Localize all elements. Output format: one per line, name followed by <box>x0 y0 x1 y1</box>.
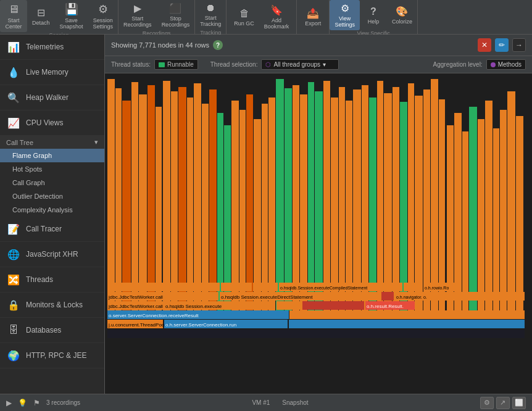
monitors-locks-label: Monitors & Locks <box>26 301 83 309</box>
svg-rect-3 <box>122 101 131 310</box>
thread-status-group: Thread status: Runnable <box>111 59 198 70</box>
session-settings-button[interactable]: ⚙ SessionSettings <box>88 0 118 32</box>
svg-rect-46 <box>454 113 462 310</box>
call-tracer-label: Call Tracer <box>26 225 62 233</box>
status-btn-1[interactable]: ⚙ <box>480 397 494 409</box>
session-settings-label: SessionSettings <box>93 17 114 30</box>
start-tracking-button[interactable]: ⏺ StartTracking <box>195 0 226 30</box>
live-memory-label: Live Memory <box>26 68 69 77</box>
telemetries-label: Telemetries <box>26 43 64 51</box>
svg-rect-23 <box>276 79 284 317</box>
bulb-status-icon: 💡 <box>18 399 27 407</box>
start-center-label: StartCenter <box>5 17 22 30</box>
status-btn-2[interactable]: ↗ <box>496 397 510 409</box>
sidebar-item-heap-walker[interactable]: 🔍 Heap Walker <box>0 85 104 110</box>
sidebar-sub-complexity-analysis[interactable]: Complexity Analysis <box>0 203 104 217</box>
snapshot-label: Snapshot <box>282 399 308 406</box>
svg-rect-28 <box>315 91 323 310</box>
svg-rect-78 <box>433 292 525 301</box>
add-bookmark-button[interactable]: 🔖 AddBookmark <box>259 0 294 34</box>
sidebar-item-monitors-locks[interactable]: 🔒 Monitors & Locks <box>0 293 104 318</box>
call-tree-chevron: ▾ <box>94 138 98 146</box>
save-snapshot-button[interactable]: 💾 SaveSnapshot <box>55 0 88 32</box>
close-button[interactable]: ✕ <box>478 38 491 52</box>
start-center-icon: 🖥 <box>8 3 19 16</box>
export-button[interactable]: 📤 Export <box>299 0 326 34</box>
vm-label: VM #1 <box>252 399 270 406</box>
save-snapshot-icon: 💾 <box>65 2 78 16</box>
sidebar-item-live-memory[interactable]: 💧 Live Memory <box>0 60 104 85</box>
sidebar-sub-outlier-detection[interactable]: Outlier Detection <box>0 189 104 203</box>
svg-rect-34 <box>362 85 368 310</box>
svg-rect-39 <box>400 102 407 310</box>
flame-graph-container[interactable]: j.u.concurrent.ThreadPoolExecut o.h.serv… <box>105 73 532 394</box>
svg-rect-22 <box>268 98 275 310</box>
toolbar-session-section: 🖥 StartCenter ⊟ Detach 💾 SaveSnapshot ⚙ … <box>0 0 118 34</box>
sidebar-item-call-tracer[interactable]: 📝 Call Tracer <box>0 217 104 242</box>
call-tree-section[interactable]: Call Tree ▾ <box>0 136 104 149</box>
svg-rect-67 <box>276 301 301 310</box>
toolbar: 🖥 StartCenter ⊟ Detach 💾 SaveSnapshot ⚙ … <box>0 0 532 35</box>
run-gc-button[interactable]: 🗑 Run GC <box>229 0 259 34</box>
header-left: Showing 7,771 nodes in 44 rows ? <box>111 40 223 50</box>
thread-groups-icon: ⬡ <box>265 61 271 68</box>
view-settings-label: ViewSettings <box>335 15 355 28</box>
thread-status-value: Runnable <box>167 61 194 68</box>
flame-graph-svg[interactable]: j.u.concurrent.ThreadPoolExecut o.h.serv… <box>106 76 526 341</box>
export-label: Export <box>305 20 321 27</box>
javascript-xhr-label: JavaScript XHR <box>26 250 78 259</box>
colorize-button[interactable]: 🎨 Colorize <box>387 0 417 30</box>
svg-text:o.hsqldb Session.execute: o.hsqldb Session.execute <box>165 304 222 309</box>
edit-button[interactable]: ✏ <box>495 38 509 52</box>
sidebar-sub-call-graph[interactable]: Call Graph <box>0 176 104 189</box>
svg-text:jdbc.JdbcTestWorker.call: jdbc.JdbcTestWorker.call <box>108 304 163 309</box>
cpu-views-icon: 📈 <box>6 115 21 130</box>
svg-rect-42 <box>423 89 430 310</box>
svg-rect-15 <box>217 113 223 310</box>
start-recordings-label: StartRecordings <box>123 15 152 28</box>
svg-rect-17 <box>231 101 239 310</box>
hot-spots-label: Hot Spots <box>12 165 42 173</box>
sidebar-sub-hot-spots[interactable]: Hot Spots <box>0 162 104 176</box>
svg-rect-8 <box>163 81 170 313</box>
start-tracking-icon: ⏺ <box>206 2 215 14</box>
svg-rect-11 <box>187 98 193 310</box>
svg-rect-13 <box>202 104 209 310</box>
arrow-button[interactable]: → <box>512 38 526 52</box>
svg-text:o.h.result.Result.: o.h.result.Result. <box>367 304 404 309</box>
sidebar-item-http-rpc-jee[interactable]: 🌍 HTTP, RPC & JEE <box>0 343 104 368</box>
svg-rect-38 <box>393 87 399 310</box>
recordings-count: 3 recordings <box>46 399 80 406</box>
svg-rect-29 <box>323 81 330 310</box>
sidebar-item-telemetries[interactable]: 📊 Telemetries <box>0 35 104 60</box>
stop-recordings-button[interactable]: ⬛ StopRecordings <box>157 0 195 30</box>
status-btn-3[interactable]: ⬜ <box>512 397 526 409</box>
sidebar-sub-flame-graph[interactable]: Flame Graph <box>0 149 104 162</box>
call-tree-label: Call Tree <box>6 139 33 146</box>
http-rpc-jee-icon: 🌍 <box>6 348 21 363</box>
detach-button[interactable]: ⊟ Detach <box>27 0 55 32</box>
sidebar-item-databases[interactable]: 🗄 Databases <box>0 318 104 343</box>
toolbar-view-section: ⚙ ViewSettings ? Help 🎨 Colorize View Sp… <box>330 0 418 34</box>
toolbar-view-buttons: ⚙ ViewSettings ? Help 🎨 Colorize <box>330 0 417 30</box>
svg-rect-53 <box>507 91 515 310</box>
help-label: Help <box>368 19 380 25</box>
thread-status-badge[interactable]: Runnable <box>154 59 198 70</box>
sidebar-item-javascript-xhr[interactable]: 🌐 JavaScript XHR <box>0 242 104 267</box>
thread-selection-dropdown[interactable]: ⬡ All thread groups ▾ <box>261 59 339 70</box>
help-badge[interactable]: ? <box>213 40 223 50</box>
aggregation-dropdown[interactable]: Methods <box>486 59 526 70</box>
view-settings-button[interactable]: ⚙ ViewSettings <box>330 0 360 30</box>
databases-label: Databases <box>26 326 61 334</box>
start-center-button[interactable]: 🖥 StartCenter <box>0 0 27 32</box>
main-layout: 📊 Telemetries 💧 Live Memory 🔍 Heap Walke… <box>0 35 532 394</box>
svg-rect-25 <box>293 85 299 310</box>
sidebar-item-cpu-views[interactable]: 📈 CPU Views <box>0 110 104 136</box>
add-bookmark-label: AddBookmark <box>264 17 289 30</box>
help-button[interactable]: ? Help <box>360 0 387 30</box>
toolbar-tracking-buttons: ⏺ StartTracking <box>195 0 226 30</box>
sidebar-item-threads[interactable]: 🔀 Threads <box>0 267 104 293</box>
start-tracking-label: StartTracking <box>200 15 221 27</box>
threads-label: Threads <box>26 275 53 284</box>
start-recordings-button[interactable]: ▶ StartRecordings <box>118 0 157 30</box>
